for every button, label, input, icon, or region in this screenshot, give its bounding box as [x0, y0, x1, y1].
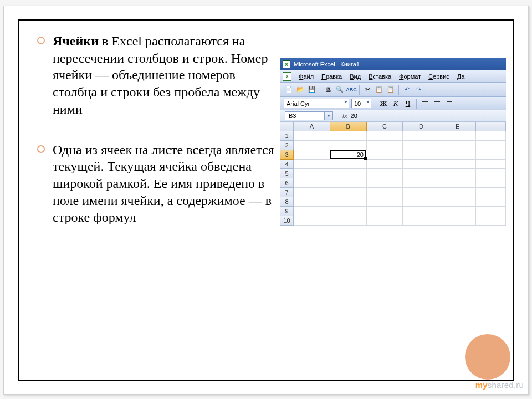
cell-extra-6[interactable] — [476, 178, 506, 188]
new-icon[interactable]: 📄 — [284, 85, 294, 95]
cell-B8[interactable] — [330, 197, 367, 207]
menu-вставка[interactable]: Вставка — [365, 70, 395, 82]
cell-A8[interactable] — [294, 197, 330, 207]
cell-B5[interactable] — [330, 169, 367, 178]
cell-D7[interactable] — [403, 188, 439, 197]
row-header-1[interactable]: 1 — [280, 131, 294, 141]
cell-extra-2[interactable] — [476, 141, 506, 150]
row-header-6[interactable]: 6 — [280, 178, 294, 188]
name-box[interactable]: B3 — [285, 111, 325, 120]
cell-C3[interactable] — [366, 150, 403, 160]
row-header-9[interactable]: 9 — [280, 207, 294, 216]
column-header-extra[interactable] — [476, 122, 506, 131]
cut-icon[interactable]: ✂ — [362, 85, 372, 95]
align-center-icon[interactable] — [432, 99, 442, 109]
cell-D9[interactable] — [403, 207, 439, 216]
cell-B1[interactable] — [330, 131, 367, 141]
copy-icon[interactable]: 📋 — [374, 85, 384, 95]
spellcheck-icon[interactable]: ABC — [346, 85, 356, 95]
cell-D1[interactable] — [403, 131, 439, 141]
cell-E6[interactable] — [439, 178, 476, 188]
undo-icon[interactable]: ↶ — [402, 85, 412, 95]
cell-C7[interactable] — [367, 188, 403, 197]
cell-B7[interactable] — [330, 188, 367, 197]
cell-C5[interactable] — [367, 169, 403, 178]
cell-E2[interactable] — [439, 141, 476, 150]
cell-C9[interactable] — [367, 207, 403, 216]
menu-формат[interactable]: Формат — [395, 70, 424, 82]
font-name-combo[interactable]: Arial Cyr — [284, 99, 349, 108]
row-header-2[interactable]: 2 — [280, 141, 294, 150]
row-header-8[interactable]: 8 — [280, 197, 294, 207]
cell-extra-4[interactable] — [476, 160, 506, 169]
cell-D4[interactable] — [403, 160, 439, 169]
menu-да[interactable]: Да — [453, 70, 469, 82]
row-header-3[interactable]: 3 — [280, 150, 294, 160]
cell-B10[interactable] — [330, 216, 367, 226]
column-header-C[interactable]: C — [367, 122, 403, 131]
cell-C8[interactable] — [367, 197, 403, 207]
paste-icon[interactable]: 📋 — [386, 85, 396, 95]
cell-D8[interactable] — [403, 197, 439, 207]
align-left-icon[interactable] — [420, 99, 430, 109]
italic-button[interactable]: К — [391, 99, 401, 109]
cell-A7[interactable] — [294, 188, 330, 197]
cell-extra-10[interactable] — [476, 216, 506, 226]
menu-вид[interactable]: Вид — [346, 70, 365, 82]
row-header-5[interactable]: 5 — [280, 169, 294, 178]
redo-icon[interactable]: ↷ — [413, 85, 423, 95]
cell-extra-7[interactable] — [476, 188, 506, 197]
cell-B6[interactable] — [330, 178, 367, 188]
cell-E7[interactable] — [439, 188, 476, 197]
cell-extra-9[interactable] — [476, 207, 506, 216]
align-right-icon[interactable] — [444, 99, 454, 109]
cell-A10[interactable] — [294, 216, 330, 226]
cell-B2[interactable] — [330, 141, 367, 150]
cell-A3[interactable] — [294, 150, 330, 160]
cell-E8[interactable] — [439, 197, 476, 207]
menu-файл[interactable]: Файл — [295, 70, 318, 82]
cell-D10[interactable] — [403, 216, 439, 226]
name-box-dropdown-icon[interactable] — [325, 111, 332, 120]
cell-C6[interactable] — [367, 178, 403, 188]
font-size-combo[interactable]: 10 — [351, 99, 371, 108]
cell-E3[interactable] — [439, 150, 476, 160]
menu-сервис[interactable]: Сервис — [424, 70, 453, 82]
cell-A9[interactable] — [294, 207, 330, 216]
cell-C2[interactable] — [367, 141, 403, 150]
cell-D6[interactable] — [403, 178, 439, 188]
cell-E4[interactable] — [439, 160, 476, 169]
column-header-E[interactable]: E — [439, 122, 476, 131]
column-header-D[interactable]: D — [403, 122, 439, 131]
cell-A5[interactable] — [294, 169, 330, 178]
cell-D5[interactable] — [403, 169, 439, 178]
cell-C1[interactable] — [367, 131, 403, 141]
save-icon[interactable]: 💾 — [307, 85, 317, 95]
underline-button[interactable]: Ч — [403, 99, 413, 109]
column-header-B[interactable]: B — [330, 122, 367, 131]
print-icon[interactable]: 🖶 — [323, 85, 333, 95]
preview-icon[interactable]: 🔍 — [335, 85, 345, 95]
cell-D3[interactable] — [403, 150, 439, 160]
bold-button[interactable]: Ж — [378, 99, 388, 109]
cell-D2[interactable] — [403, 141, 439, 150]
cell-C4[interactable] — [367, 160, 403, 169]
cell-A6[interactable] — [294, 178, 330, 188]
cell-E9[interactable] — [439, 207, 476, 216]
cell-extra-3[interactable] — [476, 150, 506, 160]
cell-A1[interactable] — [294, 131, 330, 141]
fill-handle[interactable] — [364, 157, 367, 160]
cell-extra-5[interactable] — [476, 169, 506, 178]
select-all-corner[interactable] — [280, 122, 294, 131]
cell-A2[interactable] — [294, 141, 330, 150]
cell-extra-8[interactable] — [476, 197, 506, 207]
cell-E1[interactable] — [439, 131, 476, 141]
spreadsheet-grid[interactable]: ABCDE1232045678910 — [280, 121, 506, 226]
row-header-10[interactable]: 10 — [280, 216, 294, 226]
cell-B9[interactable] — [330, 207, 367, 216]
menu-правка[interactable]: Правка — [318, 70, 346, 82]
cell-B4[interactable] — [330, 160, 367, 169]
cell-extra-1[interactable] — [476, 131, 506, 141]
cell-E5[interactable] — [439, 169, 476, 178]
open-icon[interactable]: 📂 — [295, 85, 305, 95]
